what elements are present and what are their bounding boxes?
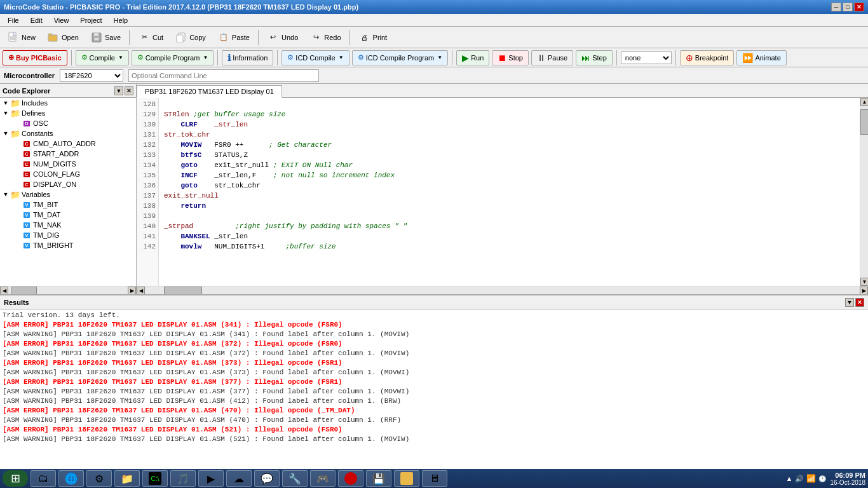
tree-display-on[interactable]: C DISPLAY_ON <box>0 179 136 189</box>
code-explorer-toggle[interactable]: ▼ <box>114 86 123 95</box>
editor-area: PBP31 18F2620 TM1637 LED Display 01 ▲ ▼ <box>137 84 868 294</box>
taskbar-app-media[interactable]: ▶ <box>198 470 224 487</box>
results-header: Results ▼ ✕ <box>0 295 868 309</box>
tm-bright-expand <box>13 242 22 248</box>
breakpoint-button[interactable]: ⊕ Breakpoint <box>680 50 735 65</box>
left-panel-scrollbar-h[interactable]: ◀ ▶ <box>0 286 136 294</box>
cut-button[interactable]: ✂ Cut <box>133 29 168 46</box>
taskbar-app-files[interactable]: 📁 <box>114 470 140 487</box>
mc-select[interactable]: 18F2620 <box>60 69 123 82</box>
tree-start-addr[interactable]: C START_ADDR <box>0 149 136 159</box>
tree-cmd-auto-addr[interactable]: C CMD_AUTO_ADDR <box>0 139 136 149</box>
paste-button[interactable]: 📋 Paste <box>213 29 254 46</box>
defines-expand-icon: ▼ <box>1 110 10 116</box>
menu-view[interactable]: View <box>49 15 74 25</box>
code-explorer-close[interactable]: ✕ <box>125 86 133 95</box>
tree-tm-bright[interactable]: V TM_BRIGHT <box>0 240 136 250</box>
editor-scroll-thumb-h[interactable] <box>164 287 202 294</box>
tree-tm-dig[interactable]: V TM_DIG <box>0 230 136 240</box>
start-button[interactable]: ⊞ <box>3 470 28 487</box>
editor-scroll-left[interactable]: ◀ <box>137 287 145 294</box>
buy-picbasic-button[interactable]: ⊕ Buy PICBasic <box>3 50 67 65</box>
sys-tray-network[interactable]: 📶 <box>806 474 816 483</box>
taskbar-app-dev[interactable]: 🔧 <box>282 470 308 487</box>
taskbar-app-music[interactable]: 🎵 <box>170 470 196 487</box>
tree-defines[interactable]: ▼ 📁 Defines <box>0 108 136 118</box>
animate-button[interactable]: ⏩ Animate <box>736 50 786 65</box>
taskbar-app-messenger[interactable]: 💬 <box>254 470 280 487</box>
save-icon <box>90 31 103 44</box>
maximize-button[interactable]: □ <box>843 3 853 11</box>
taskbar-app-chrome[interactable]: ⚙ <box>86 470 112 487</box>
step-button[interactable]: ⏭ Step <box>576 50 613 65</box>
editor-scroll-track[interactable] <box>860 106 868 278</box>
tree-constants[interactable]: ▼ 📁 Constants <box>0 128 136 139</box>
minimize-button[interactable]: ─ <box>831 3 841 11</box>
undo-button[interactable]: ↩ Undo <box>262 29 302 46</box>
taskbar-monitor-icon: 🖥 <box>428 472 441 485</box>
ln-132: 132 <box>137 140 156 150</box>
save-button[interactable]: Save <box>86 29 125 46</box>
command-line-input[interactable] <box>128 69 319 82</box>
results-close[interactable]: ✕ <box>855 298 864 307</box>
taskbar-app-chip[interactable]: 💾 <box>366 470 391 487</box>
debug-select[interactable]: none <box>621 51 672 64</box>
taskbar-app-explorer[interactable]: 🗂 <box>31 470 56 487</box>
editor-scroll-right[interactable]: ▶ <box>860 287 868 294</box>
tab-main[interactable]: PBP31 18F2620 TM1637 LED Display 01 <box>137 85 282 98</box>
menu-file[interactable]: File <box>3 15 24 25</box>
editor-scroll-down[interactable]: ▼ <box>860 278 868 286</box>
icd-compile-label: ICD Compile <box>295 54 335 62</box>
left-scroll-left[interactable]: ◀ <box>0 287 8 294</box>
results-content[interactable]: Trial version. 13 days left. [ASM ERROR]… <box>0 309 868 475</box>
ln-140: 140 <box>137 221 156 231</box>
taskbar-app-yellow[interactable] <box>394 470 419 487</box>
code-content[interactable]: STRlen ;get buffer usage size CLRF _str_… <box>159 98 868 286</box>
tree-num-digits[interactable]: C NUM_DIGITS <box>0 159 136 169</box>
sys-tray-arrow[interactable]: ▲ <box>786 475 793 482</box>
information-button[interactable]: ℹ Information <box>222 50 273 65</box>
editor-scroll-up[interactable]: ▲ <box>860 98 868 106</box>
open-button[interactable]: Open <box>43 29 83 46</box>
new-button[interactable]: New <box>3 29 40 46</box>
close-button[interactable]: ✕ <box>854 3 864 11</box>
compile-program-button[interactable]: ⚙ Compile Program ▼ <box>132 50 214 65</box>
left-scroll-thumb[interactable] <box>11 287 37 294</box>
stop-button[interactable]: ⏹ Stop <box>492 50 529 65</box>
tree-variables[interactable]: ▼ 📁 Variables <box>0 189 136 200</box>
taskbar-app-game[interactable]: 🎮 <box>310 470 336 487</box>
tree-tm-nak[interactable]: V TM_NAK <box>0 220 136 230</box>
copy-button[interactable]: Copy <box>170 29 210 46</box>
menu-help[interactable]: Help <box>109 15 133 25</box>
compile-button[interactable]: ⚙ Compile ▼ <box>76 50 129 65</box>
editor-scrollbar-h[interactable]: ◀ ▶ <box>137 286 868 294</box>
menu-project[interactable]: Project <box>75 15 107 25</box>
tree-colon-flag[interactable]: C COLON_FLAG <box>0 169 136 179</box>
icd-compile-program-button[interactable]: ⚙ ICD Compile Program ▼ <box>352 50 449 65</box>
tree-tm-bit[interactable]: V TM_BIT <box>0 200 136 210</box>
num-digits-icon: C <box>22 159 32 168</box>
taskbar-app-browser[interactable]: 🌐 <box>58 470 84 487</box>
sys-tray-speaker[interactable]: 🔊 <box>795 475 804 483</box>
menu-edit[interactable]: Edit <box>25 15 48 25</box>
redo-button[interactable]: ↪ Redo <box>305 29 345 46</box>
tree-osc[interactable]: D OSC <box>0 118 136 128</box>
editor-scrollbar-v[interactable]: ▲ ▼ <box>860 98 868 286</box>
results-toggle[interactable]: ▼ <box>845 298 854 307</box>
taskbar-app-red[interactable] <box>338 470 363 487</box>
pause-button[interactable]: ⏸ Pause <box>531 50 573 65</box>
taskbar-app-monitor[interactable]: 🖥 <box>422 470 447 487</box>
icd-compile-button[interactable]: ⚙ ICD Compile ▼ <box>281 50 349 65</box>
left-scroll-right[interactable]: ▶ <box>128 287 136 294</box>
run-button[interactable]: ▶ Run <box>456 50 489 65</box>
tree-tm-dat[interactable]: V TM_DAT <box>0 210 136 220</box>
tree-includes[interactable]: ▼ 📁 Includes <box>0 98 136 108</box>
taskbar-app-terminal[interactable]: C:\ <box>142 470 168 487</box>
editor-scroll-thumb[interactable] <box>860 109 868 135</box>
cmd-auto-expand <box>13 140 22 147</box>
taskbar-dev-icon: 🔧 <box>288 472 301 485</box>
left-scroll-track[interactable] <box>8 287 128 294</box>
editor-scroll-track-h[interactable] <box>145 287 860 294</box>
taskbar-app-cloud[interactable]: ☁ <box>226 470 252 487</box>
print-button[interactable]: 🖨 Print <box>354 29 392 46</box>
